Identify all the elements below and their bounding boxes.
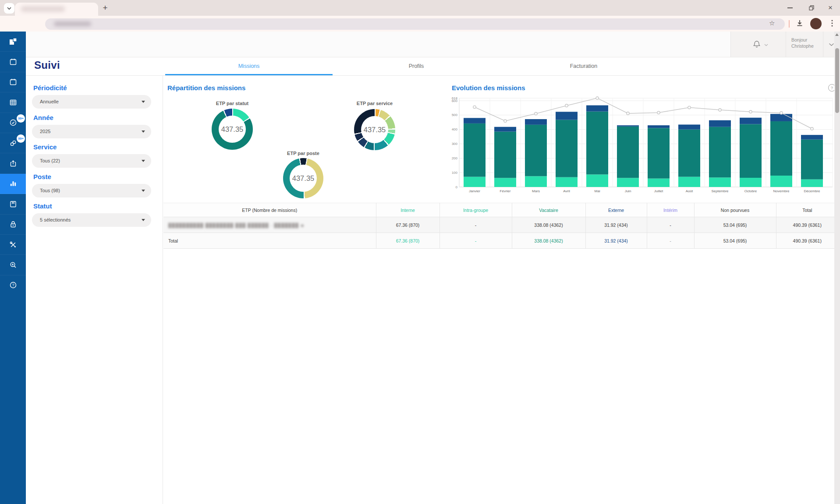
scrollbar-up-arrow[interactable] [835,33,839,36]
user-greeting: Bonjour Christophe [791,37,814,49]
table-cell: 490.39 (6361) [776,217,838,233]
svg-text:100: 100 [452,171,458,175]
total-label-cell: Total [163,233,376,249]
missions-table: ETP (Nombre de missions)InterneIntra-gro… [163,203,838,249]
browser-tab-strip: + × [0,0,840,16]
sidebar-item-search[interactable] [0,255,26,275]
chevron-down-icon [142,219,145,221]
lock-icon [9,220,18,229]
tools-icon [9,240,18,249]
sidebar-item-tools[interactable] [0,235,26,255]
scrollbar-thumb[interactable] [835,48,839,113]
total-value-cell: 53.04 (695) [694,233,776,249]
tab-profils[interactable]: Profils [333,57,500,75]
total-value-cell: 338.08 (4362) [512,233,585,249]
scrollbar-track[interactable] [834,32,840,504]
address-bar[interactable] [45,18,785,30]
filter-label-statut: Statut [33,202,52,210]
filter-select-statut[interactable]: 5 sélectionnés [32,213,151,227]
active-tab-underline [165,74,333,75]
svg-text:Janvier: Janvier [469,189,480,193]
zoom-in-icon [9,261,18,269]
section-title-evolution: Evolution des missions [452,84,525,92]
sidebar-item-security[interactable] [0,215,26,235]
filter-select-service[interactable]: Tous (22) [32,154,151,168]
section-title-repartition: Répartition des missions [167,84,245,92]
sidebar-item-help[interactable]: ? [0,275,26,295]
profile-avatar[interactable] [810,18,822,29]
user-menu-chevron-icon[interactable] [829,43,834,46]
filters-panel: Périodicité Annuelle Année 2025 Service … [26,76,163,504]
tab-search-button[interactable] [4,3,14,14]
svg-text:0: 0 [456,185,458,189]
filter-select-periodicite[interactable]: Annuelle [32,95,151,109]
column-header-interne: Interne [376,203,439,217]
svg-text:Novembre: Novembre [773,189,790,193]
sidebar-item-table[interactable] [0,92,26,113]
chevron-down-icon [142,101,145,103]
window-minimize-button[interactable] [786,4,794,12]
page-title: Suivi [34,59,60,71]
column-header-etp-nombre-de-missions-: ETP (Nombre de missions) [163,203,376,217]
svg-text:Septembre: Septembre [711,189,729,193]
sidebar-item-calendar-1[interactable] [0,52,26,72]
sidebar-item-export[interactable] [0,153,26,173]
calendar-icon [9,57,18,66]
chevron-down-icon [142,130,145,133]
download-button[interactable] [795,19,804,29]
bookmark-star-icon[interactable]: ☆ [769,19,775,27]
total-value-cell: - [439,233,512,249]
table-cell: - [439,217,512,233]
total-value-cell: 67.36 (870) [376,233,439,249]
window-restore-button[interactable] [807,4,816,12]
donut-center: 437.35 [219,116,246,143]
filter-select-annee[interactable]: 2025 [32,125,151,138]
table-row[interactable]: ██████████ ████████ ███ ██████ - ███████… [163,217,838,233]
toolbar-divider [789,20,790,28]
download-icon [795,19,804,28]
column-header-total: Total [776,203,838,217]
greeting-line1: Bonjour [791,37,814,43]
column-header-intra-groupe: Intra-groupe [439,203,512,217]
header-divider [786,32,786,57]
svg-text:Octobre: Octobre [744,189,757,193]
link-icon [9,139,18,148]
window-close-button[interactable]: × [826,4,835,12]
svg-text:Février: Février [500,189,511,193]
chevron-down-icon [142,160,145,162]
help-icon: ? [9,281,18,289]
evolution-stacked-bar-chart: 0100200300400500600618JanvierFévrierMars… [451,94,836,199]
table-total-row: Total67.36 (870)-338.08 (4362)31.92 (434… [163,233,838,249]
greeting-line2: Christophe [791,43,814,49]
total-value-cell: 490.39 (6361) [776,233,838,249]
notification-bell-button[interactable] [752,39,762,52]
sidebar-item-bookmark[interactable] [0,194,26,214]
tab-title-smudge [21,6,65,12]
filter-value: Tous (22) [40,154,60,168]
svg-text:Avril: Avril [563,189,570,193]
donut-title-poste: ETP par poste [270,151,336,156]
notification-badge: 99+ [17,134,25,143]
sidebar-item-links[interactable]: 99+ [0,133,26,153]
filter-select-poste[interactable]: Tous (98) [32,184,151,197]
new-tab-button[interactable]: + [99,2,111,14]
browser-menu-button[interactable] [828,19,836,29]
total-value-cell: - [647,233,694,249]
app-sidebar: 99+ 99+ [0,32,26,504]
column-header-non-pourvues: Non pourvues [694,203,776,217]
sidebar-item-statistics[interactable] [0,174,26,194]
title-tabs-row: Suivi Missions Profils Facturation [26,57,840,76]
tab-facturation[interactable]: Facturation [500,57,667,75]
browser-tab[interactable] [15,3,98,16]
donut-center-value: 437.35 [221,125,243,134]
table-grid-icon [9,98,18,107]
tab-missions[interactable]: Missions [165,57,333,75]
sidebar-item-tasks[interactable]: 99+ [0,113,26,133]
table-cell: 53.04 (695) [694,217,776,233]
svg-text:Mai: Mai [595,189,600,193]
row-name-cell[interactable]: ██████████ ████████ ███ ██████ - ███████… [163,217,376,233]
sidebar-item-calendar-2[interactable] [0,72,26,92]
header-divider [823,32,823,57]
header-user-block: Bonjour Christophe [730,32,840,57]
sidebar-logo[interactable] [0,32,26,52]
